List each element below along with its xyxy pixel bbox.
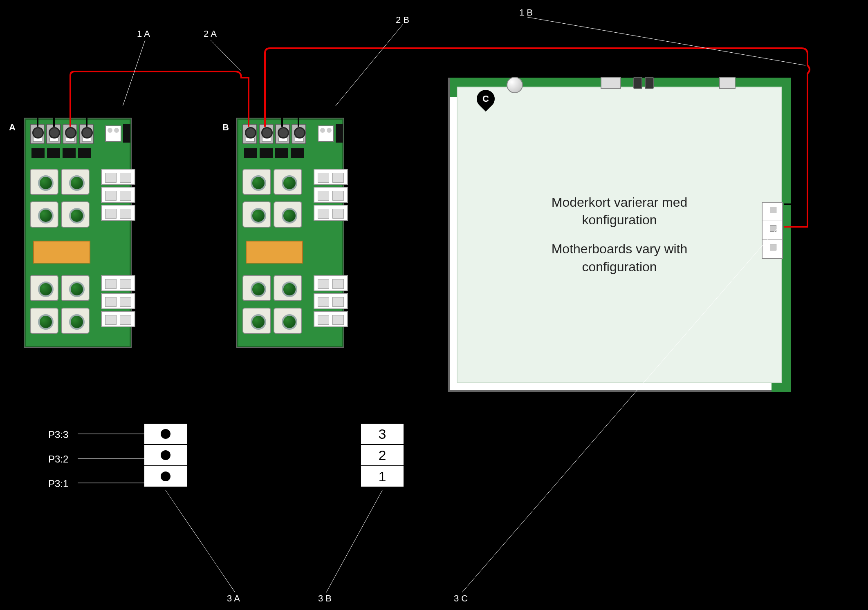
p3-label-2: P3:2 [48,454,68,465]
expansion-card-A [25,118,131,347]
header-small [105,125,121,142]
jumper-icon [123,124,130,143]
label-2A: 2 A [204,29,217,39]
expansion-card-B [237,118,343,347]
terminal-block-row [30,124,94,144]
p3-label-3: P3:3 [48,429,68,440]
capacitor-icon [633,77,642,89]
badge-B: B [213,115,238,140]
usb-port-icon [601,77,621,89]
label-2B: 2 B [396,15,409,25]
label-3A: 3 A [227,593,240,604]
label-3C: 3 C [454,593,468,604]
capacitor-icon [645,77,654,89]
p3-detail-filled [143,422,188,488]
badge-A: A [0,115,25,140]
p3-label-1: P3:1 [48,478,68,489]
orange-component [33,241,90,264]
p3-detail-numbered: 3 2 1 [360,422,405,488]
p3-connector [762,202,783,259]
relay-bank [101,169,135,221]
header-icon [719,77,736,89]
label-1A: 1 A [137,29,150,39]
label-3B: 3 B [318,593,332,604]
button-dome-icon [507,77,523,93]
motherboard: Moderkort varierar med konfiguration Mot… [448,78,791,392]
label-1B: 1 B [519,7,533,18]
chip-row [31,148,91,158]
motherboard-note: Moderkort varierar med konfiguration Mot… [458,194,781,276]
